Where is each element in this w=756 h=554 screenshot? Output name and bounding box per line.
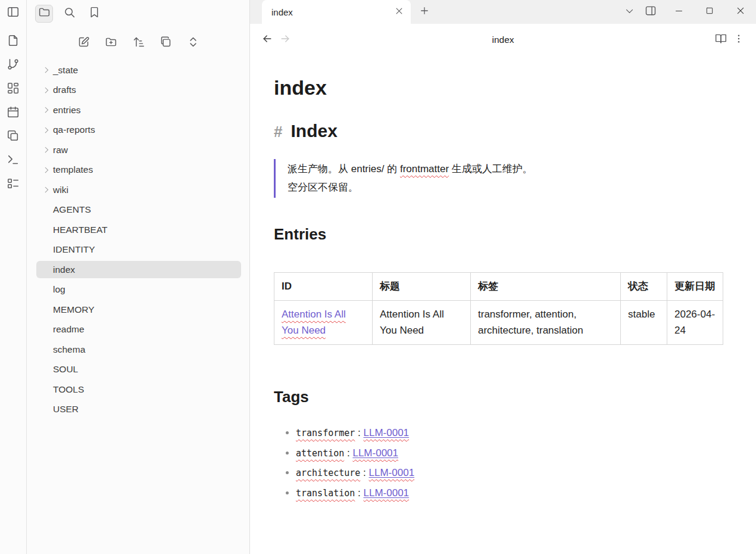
maximize-button[interactable] bbox=[694, 0, 725, 24]
chevron-right-icon bbox=[42, 88, 53, 92]
tree-file-schema[interactable]: schema bbox=[36, 341, 241, 358]
entry-title-text: Attention Is All You Need bbox=[380, 307, 446, 338]
minimize-icon bbox=[674, 7, 683, 18]
tree-folder-label: _state bbox=[53, 65, 78, 76]
entry-link-text: Attention Is All You Need bbox=[282, 307, 348, 338]
forward-button[interactable] bbox=[276, 31, 294, 49]
close-icon bbox=[395, 7, 404, 17]
tag-code: architecture bbox=[296, 468, 360, 478]
minimize-button[interactable] bbox=[663, 0, 694, 24]
view-header: index bbox=[250, 24, 756, 56]
panel-left-icon bbox=[7, 5, 20, 21]
tree-folder-state[interactable]: _state bbox=[36, 61, 241, 79]
tree-folder-entries[interactable]: entries bbox=[36, 101, 241, 119]
tree-folder-templates[interactable]: templates bbox=[36, 161, 241, 179]
quick-switcher-button[interactable] bbox=[4, 33, 22, 51]
more-options-button[interactable] bbox=[730, 31, 748, 49]
inline-title: index bbox=[274, 76, 723, 99]
files-tab-button[interactable] bbox=[35, 5, 53, 23]
col-header-title: 标题 bbox=[373, 272, 471, 300]
tree-folder-qa-reports[interactable]: qa-reports bbox=[36, 122, 241, 139]
tree-file-log[interactable]: log bbox=[36, 281, 241, 298]
tab-list-button[interactable] bbox=[620, 3, 638, 21]
tag-entry-link[interactable]: LLM-0001 bbox=[364, 487, 410, 499]
chevron-right-icon bbox=[42, 188, 53, 192]
new-tab-button[interactable] bbox=[416, 3, 433, 21]
tree-file-index[interactable]: index bbox=[36, 261, 241, 278]
tab-bar: index bbox=[250, 0, 756, 24]
tag-entry-link-text: LLM-0001 bbox=[369, 467, 415, 478]
new-note-button[interactable] bbox=[74, 34, 92, 52]
back-button[interactable] bbox=[258, 31, 276, 49]
tag-code: transformer bbox=[296, 428, 355, 438]
chevron-down-icon bbox=[624, 6, 635, 18]
canvas-button[interactable] bbox=[4, 80, 22, 98]
tree-folder-wiki[interactable]: wiki bbox=[36, 181, 241, 198]
tree-file-label: MEMORY bbox=[53, 304, 94, 315]
chevron-right-icon bbox=[42, 108, 53, 112]
sort-order-button[interactable] bbox=[129, 34, 147, 52]
tags-list: transformer : LLM-0001 attention : LLM-0… bbox=[274, 426, 723, 501]
tree-file-soul[interactable]: SOUL bbox=[36, 361, 241, 378]
blockquote: 派生产物。从 entries/ 的 frontmatter 生成或人工维护。 空… bbox=[274, 159, 723, 198]
book-open-icon bbox=[715, 33, 727, 47]
tree-file-tools[interactable]: TOOLS bbox=[36, 381, 241, 398]
main-pane: index bbox=[250, 0, 756, 554]
terminal-button[interactable] bbox=[4, 152, 22, 170]
list-item: transformer : LLM-0001 bbox=[296, 426, 723, 441]
col-header-status: 状态 bbox=[621, 272, 667, 300]
tree-folder-raw[interactable]: raw bbox=[36, 141, 241, 158]
right-sidebar-toggle-button[interactable] bbox=[642, 3, 660, 21]
templates-button[interactable] bbox=[4, 128, 22, 146]
tag-entry-link[interactable]: LLM-0001 bbox=[369, 467, 415, 478]
left-sidebar-toggle-button[interactable] bbox=[4, 4, 22, 22]
tree-folder-label: qa-reports bbox=[53, 125, 95, 135]
ribbon bbox=[0, 0, 27, 554]
col-header-id: ID bbox=[274, 272, 373, 300]
graph-icon bbox=[7, 58, 20, 73]
tree-file-user[interactable]: USER bbox=[36, 401, 241, 418]
heading-entries: Entries bbox=[274, 225, 723, 244]
collapse-all-button[interactable] bbox=[184, 34, 202, 52]
entry-link[interactable]: Attention Is All You Need bbox=[282, 325, 348, 336]
tag-code: translation bbox=[296, 488, 355, 499]
new-folder-button[interactable] bbox=[102, 34, 120, 52]
close-window-button[interactable] bbox=[725, 0, 756, 24]
tree-file-heartbeat[interactable]: HEARTBEAT bbox=[36, 221, 241, 238]
tag-entry-link[interactable]: LLM-0001 bbox=[352, 447, 398, 459]
bookmark-icon bbox=[88, 6, 101, 21]
list-item: translation : LLM-0001 bbox=[296, 486, 723, 501]
app-window: _state drafts entries qa-reports raw tem… bbox=[0, 0, 756, 554]
separator: : bbox=[360, 467, 368, 478]
tree-file-label: index bbox=[53, 264, 75, 275]
daily-note-button[interactable] bbox=[4, 104, 22, 122]
tab-bar-spacer bbox=[433, 0, 620, 24]
tab-close-button[interactable] bbox=[392, 5, 406, 19]
quote-text: 生成或人工维护。 bbox=[449, 163, 533, 175]
stacked-panels-icon bbox=[160, 36, 172, 51]
copy-icon bbox=[7, 129, 20, 145]
tree-file-identity[interactable]: IDENTITY bbox=[36, 241, 241, 259]
chevron-right-icon bbox=[42, 168, 53, 172]
graph-view-button[interactable] bbox=[4, 57, 22, 74]
tree-folder-label: drafts bbox=[53, 85, 76, 95]
note-content: index # Index 派生产物。从 entries/ 的 frontmat… bbox=[250, 56, 756, 554]
tree-file-memory[interactable]: MEMORY bbox=[36, 301, 241, 318]
tree-file-readme[interactable]: readme bbox=[36, 321, 241, 338]
reading-mode-button[interactable] bbox=[712, 31, 730, 49]
table-header-row: ID 标题 标签 状态 更新日期 bbox=[274, 272, 723, 300]
folder-plus-icon bbox=[105, 36, 117, 51]
tab-index[interactable]: index bbox=[262, 0, 411, 24]
plus-icon bbox=[419, 5, 430, 18]
tree-folder-drafts[interactable]: drafts bbox=[36, 82, 241, 99]
view-title: index bbox=[492, 35, 514, 45]
search-tab-button[interactable] bbox=[60, 5, 78, 23]
tree-file-agents[interactable]: AGENTS bbox=[36, 201, 241, 219]
bookmarks-tab-button[interactable] bbox=[85, 5, 103, 23]
tag-entry-link[interactable]: LLM-0001 bbox=[364, 427, 410, 438]
blockquote-line-1: 派生产物。从 entries/ 的 frontmatter 生成或人工维护。 bbox=[288, 160, 723, 178]
sort-icon bbox=[132, 36, 145, 51]
card-view-button[interactable] bbox=[157, 34, 174, 52]
new-note-icon bbox=[77, 36, 90, 51]
command-palette-button[interactable] bbox=[4, 176, 22, 194]
